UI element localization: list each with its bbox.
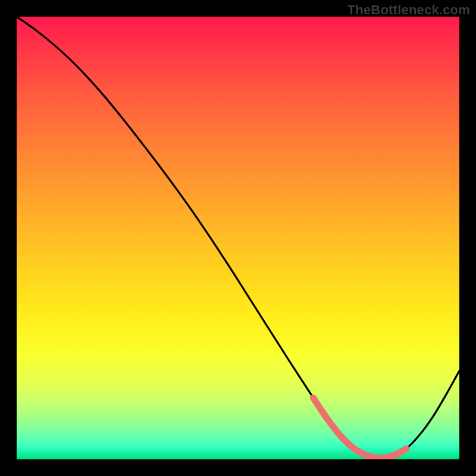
plot-area (17, 17, 459, 459)
bottleneck-curve-group (17, 17, 459, 458)
watermark-text: TheBottleneck.com (347, 2, 470, 18)
chart-frame: TheBottleneck.com (0, 0, 476, 476)
bottleneck-curve (17, 17, 459, 458)
curve-svg (17, 17, 459, 459)
optimal-range-highlight (313, 398, 406, 458)
